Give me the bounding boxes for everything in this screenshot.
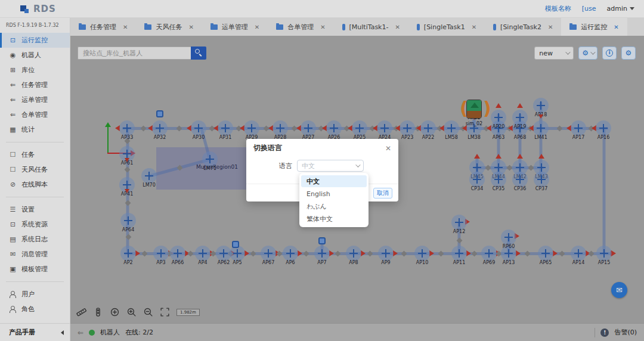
language-dropdown: 中文Englishわぶん繁体中文 [299, 173, 369, 227]
language-select-value: 中文 [302, 162, 315, 170]
language-select[interactable]: 中文 [297, 160, 364, 172]
language-option-中文[interactable]: 中文 [301, 175, 367, 187]
modal-title: 切换语言 [253, 143, 282, 153]
chevron-down-icon [355, 162, 360, 167]
app-window: RDS 模板名称 [use admin RDS F-1.9.19 B-1.7.3… [0, 0, 644, 341]
cancel-button[interactable]: 取消 [373, 188, 392, 199]
language-option-繁体中文[interactable]: 繁体中文 [301, 213, 367, 225]
close-icon[interactable]: ✕ [385, 144, 391, 153]
language-option-English[interactable]: English [301, 188, 367, 200]
language-option-わぶん[interactable]: わぶん [301, 200, 367, 212]
language-field-label: 语言 [279, 162, 292, 170]
